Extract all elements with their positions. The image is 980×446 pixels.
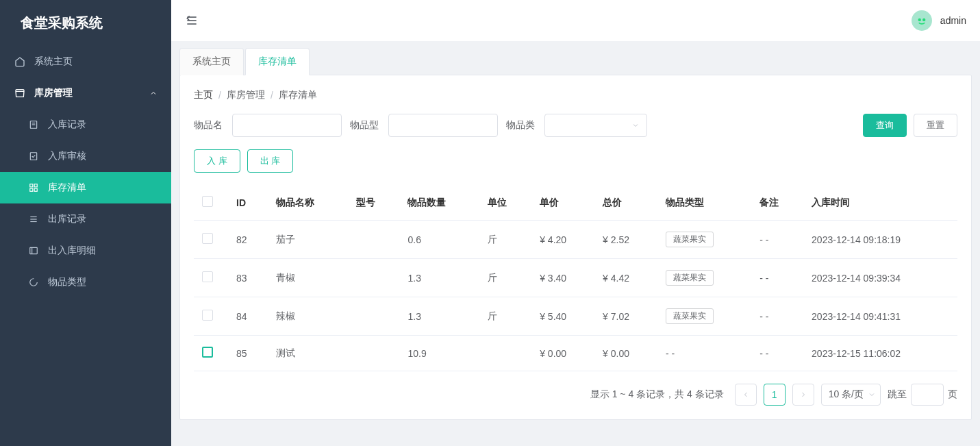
cell-id: 82 <box>228 221 268 259</box>
cell-qty: 1.3 <box>399 297 479 336</box>
cell-price: ¥ 3.40 <box>531 259 594 297</box>
table-row: 83青椒1.3斤¥ 3.40¥ 4.42蔬菜果实- -2023-12-14 09… <box>194 259 957 297</box>
sidebar-item-in-record[interactable]: 入库记录 <box>0 109 171 140</box>
row-checkbox[interactable] <box>202 271 213 282</box>
cell-type: 蔬菜果实 <box>657 221 751 259</box>
cell-qty: 10.9 <box>399 336 479 371</box>
sidebar-group-title[interactable]: 库房管理 <box>0 77 171 109</box>
sidebar-item-inventory[interactable]: 库存清单 <box>0 172 171 203</box>
sidebar-item-home[interactable]: 系统主页 <box>0 46 171 77</box>
grid-icon <box>27 182 40 194</box>
col-name: 物品名称 <box>268 185 348 221</box>
user-name[interactable]: admin <box>940 15 966 26</box>
reset-button[interactable]: 重置 <box>914 114 957 137</box>
type-tag: 蔬菜果实 <box>666 232 714 247</box>
app-title: 食堂采购系统 <box>0 0 171 46</box>
table-row: 85测试10.9¥ 0.00¥ 0.00- -- -2023-12-15 11:… <box>194 336 957 371</box>
sidebar-item-in-audit[interactable]: 入库审核 <box>0 140 171 172</box>
cell-time: 2023-12-14 09:41:31 <box>803 297 957 336</box>
select-all-checkbox[interactable] <box>202 196 213 207</box>
svg-rect-11 <box>30 247 38 253</box>
col-remark: 备注 <box>751 185 803 221</box>
row-checkbox[interactable] <box>202 347 213 358</box>
col-total: 总价 <box>594 185 657 221</box>
breadcrumb-sep: / <box>218 90 221 101</box>
chevron-up-icon <box>149 89 158 97</box>
cell-qty: 1.3 <box>399 259 479 297</box>
query-button[interactable]: 查询 <box>863 114 907 137</box>
sidebar-item-out-record[interactable]: 出库记录 <box>0 203 171 235</box>
svg-rect-7 <box>34 188 37 191</box>
filter-type-select[interactable] <box>544 114 647 137</box>
tab-inventory[interactable]: 库存清单 <box>245 48 310 75</box>
cell-name: 茄子 <box>268 221 348 259</box>
row-checkbox[interactable] <box>202 233 213 244</box>
cell-id: 84 <box>228 297 268 336</box>
main-area: admin 系统主页 库存清单 主页 / 库房管理 / 库存清单 物品名 <box>171 0 980 446</box>
breadcrumb-item[interactable]: 主页 <box>194 89 213 101</box>
tab-home[interactable]: 系统主页 <box>179 48 244 75</box>
collapse-sidebar-button[interactable] <box>185 14 199 27</box>
page-size-select[interactable]: 10 条/页 <box>821 384 881 406</box>
stock-out-button[interactable]: 出 库 <box>247 149 294 173</box>
page-suffix: 页 <box>948 388 957 401</box>
sidebar-item-label: 出库记录 <box>48 213 86 225</box>
jump-label: 跳至 <box>888 388 907 401</box>
filter-name-input[interactable] <box>232 114 342 137</box>
chevron-down-icon <box>868 391 876 399</box>
cell-name: 测试 <box>268 336 348 371</box>
cell-remark: - - <box>751 221 803 259</box>
cell-remark: - - <box>751 336 803 371</box>
cell-price: ¥ 4.20 <box>531 221 594 259</box>
page-size-label: 10 条/页 <box>829 388 864 401</box>
detail-icon <box>27 245 40 257</box>
filter-model-input[interactable] <box>388 114 498 137</box>
cell-model <box>348 297 400 336</box>
avatar[interactable] <box>912 10 932 31</box>
cell-time: 2023-12-15 11:06:02 <box>803 336 957 371</box>
main-menu: 系统主页 库房管理 入库记录 入库审核 库存清单 <box>0 46 171 446</box>
prev-page-button[interactable] <box>735 384 757 406</box>
cell-type: 蔬菜果实 <box>657 259 751 297</box>
type-tag: 蔬菜果实 <box>666 270 714 286</box>
svg-rect-3 <box>30 153 36 160</box>
cell-name: 辣椒 <box>268 297 348 336</box>
col-qty: 物品数量 <box>399 185 479 221</box>
breadcrumb: 主页 / 库房管理 / 库存清单 <box>194 89 957 101</box>
col-price: 单价 <box>531 185 594 221</box>
cell-total: ¥ 0.00 <box>594 336 657 371</box>
loading-icon <box>27 276 40 288</box>
home-icon <box>14 55 26 68</box>
page-1-button[interactable]: 1 <box>764 384 786 406</box>
filter-type-label: 物品类 <box>506 119 536 132</box>
cell-qty: 0.6 <box>399 221 479 259</box>
svg-point-18 <box>918 18 920 21</box>
col-model: 型号 <box>348 185 400 221</box>
cell-model <box>348 336 400 371</box>
inventory-table: ID 物品名称 型号 物品数量 单位 单价 总价 物品类型 备注 入库时间 82 <box>194 185 957 371</box>
row-checkbox[interactable] <box>202 310 213 321</box>
document-icon <box>27 119 40 131</box>
cell-unit <box>479 336 531 371</box>
cell-time: 2023-12-14 09:39:34 <box>803 259 957 297</box>
svg-rect-4 <box>30 184 33 187</box>
cell-name: 青椒 <box>268 259 348 297</box>
sidebar-item-in-out-detail[interactable]: 出入库明细 <box>0 235 171 267</box>
cell-type: - - <box>657 336 751 371</box>
breadcrumb-item[interactable]: 库房管理 <box>227 89 265 101</box>
cell-total: ¥ 2.52 <box>594 221 657 259</box>
sidebar-item-label: 系统主页 <box>34 55 73 68</box>
stock-in-button[interactable]: 入 库 <box>194 149 240 173</box>
tabs: 系统主页 库存清单 <box>179 48 972 75</box>
next-page-button[interactable] <box>792 384 814 406</box>
cell-type: 蔬菜果实 <box>657 297 751 336</box>
jump-input[interactable] <box>911 384 944 406</box>
sidebar-item-item-type[interactable]: 物品类型 <box>0 267 171 298</box>
sidebar-group-label: 库房管理 <box>34 87 73 99</box>
cell-price: ¥ 0.00 <box>531 336 594 371</box>
pagination: 显示 1 ~ 4 条记录，共 4 条记录 1 10 条/页 跳至 页 <box>194 384 957 406</box>
top-bar: admin <box>171 0 980 41</box>
sidebar-item-label: 库存清单 <box>48 182 86 194</box>
sidebar-item-label: 出入库明细 <box>48 245 96 257</box>
review-icon <box>27 150 40 162</box>
